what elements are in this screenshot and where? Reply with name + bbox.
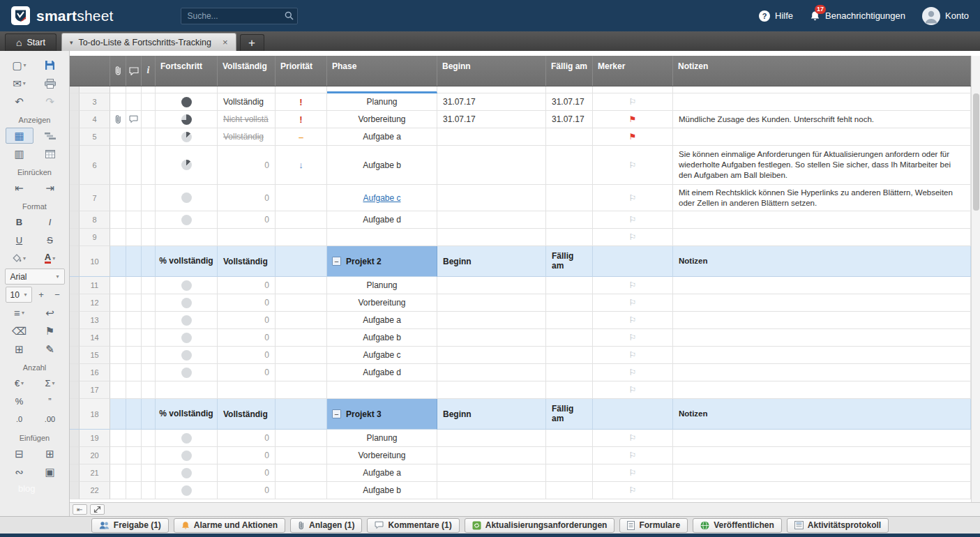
complete-cell[interactable]: 0: [218, 312, 276, 329]
begin-cell[interactable]: [437, 185, 546, 211]
progress-cell[interactable]: [156, 93, 218, 111]
card-view-button[interactable]: ▥: [6, 146, 33, 162]
attachment-cell[interactable]: [110, 146, 126, 185]
due-cell[interactable]: 31.07.17: [546, 93, 593, 111]
phase-cell-selected[interactable]: [327, 86, 437, 93]
notes-cell[interactable]: Sie können einmalige Anforderungen für A…: [673, 146, 971, 185]
attachment-cell[interactable]: [110, 329, 126, 347]
notes-cell[interactable]: [673, 430, 971, 447]
complete-cell[interactable]: 0: [218, 347, 276, 364]
font-size-select[interactable]: 10▾: [6, 287, 32, 303]
gantt-view-button[interactable]: [36, 128, 64, 144]
due-cell[interactable]: [546, 447, 593, 464]
send-button[interactable]: ✉▾: [6, 75, 33, 91]
comment-cell[interactable]: [126, 329, 142, 347]
progress-cell[interactable]: [156, 111, 218, 128]
vertical-scrollbar-thumb[interactable]: [973, 93, 979, 211]
header-row-number[interactable]: [80, 56, 110, 86]
info-cell[interactable]: [142, 277, 156, 294]
progress-cell[interactable]: [156, 364, 218, 381]
footer-tab-people[interactable]: Freigabe (1): [91, 518, 169, 533]
progress-cell[interactable]: [156, 381, 218, 399]
smartsheet-logo[interactable]: smartsheet: [11, 6, 114, 25]
row-number[interactable]: [80, 86, 110, 93]
phase-cell[interactable]: Planung: [327, 93, 437, 111]
begin-cell[interactable]: [437, 277, 546, 294]
comment-cell[interactable]: [126, 399, 142, 430]
complete-cell[interactable]: 0: [218, 211, 276, 229]
flag-icon[interactable]: ⚐: [629, 298, 637, 307]
flag-icon[interactable]: ⚐: [629, 368, 637, 377]
complete-cell[interactable]: Nicht vollstä: [218, 111, 276, 128]
column-header-notizen[interactable]: Notizen: [673, 56, 971, 86]
attachment-cell[interactable]: [110, 111, 126, 128]
row-number[interactable]: 13: [80, 312, 110, 329]
attachment-cell[interactable]: [110, 211, 126, 229]
begin-cell[interactable]: [437, 211, 546, 229]
phase-cell[interactable]: Planung: [327, 277, 437, 294]
info-cell[interactable]: [142, 128, 156, 146]
search-icon[interactable]: [285, 11, 294, 20]
decimal-decrease-button[interactable]: .0: [6, 411, 33, 428]
comment-cell[interactable]: [126, 347, 142, 364]
insert-image-button[interactable]: ▣: [36, 464, 64, 480]
increase-font-button[interactable]: +: [35, 287, 48, 303]
notes-cell[interactable]: [673, 347, 971, 364]
percent-button[interactable]: %: [6, 393, 33, 409]
priority-cell[interactable]: [276, 312, 327, 329]
underline-button[interactable]: U: [6, 232, 33, 248]
begin-cell[interactable]: [437, 329, 546, 347]
row-number[interactable]: 17: [80, 381, 110, 399]
tab-active-sheet[interactable]: ▾ To-do-Liste & Fortschritts-Tracking ×: [61, 33, 236, 51]
flag-icon[interactable]: ⚐: [629, 351, 637, 359]
due-cell[interactable]: [546, 364, 593, 381]
flag-cell[interactable]: ⚐: [593, 430, 673, 447]
info-cell[interactable]: [142, 430, 156, 447]
complete-cell[interactable]: 0: [218, 464, 276, 482]
attachment-cell[interactable]: [110, 128, 126, 146]
begin-header-cell[interactable]: Beginn: [437, 246, 546, 277]
complete-header-cell[interactable]: Vollständig: [218, 246, 276, 277]
begin-cell[interactable]: [437, 86, 546, 93]
comment-cell[interactable]: [126, 128, 142, 146]
column-header-vollstaendig[interactable]: Vollständig: [218, 56, 276, 86]
row-number[interactable]: 7: [80, 185, 110, 211]
phase-cell[interactable]: Vorbereitung: [327, 111, 437, 128]
align-button[interactable]: ≡▾: [6, 305, 33, 321]
complete-cell[interactable]: [218, 381, 276, 399]
progress-cell[interactable]: [156, 482, 218, 499]
flag-icon[interactable]: ⚐: [629, 281, 637, 289]
notes-cell[interactable]: [673, 277, 971, 294]
priority-cell[interactable]: [276, 347, 327, 364]
due-cell[interactable]: [546, 86, 593, 93]
info-cell[interactable]: [142, 329, 156, 347]
begin-cell[interactable]: [437, 430, 546, 447]
begin-cell[interactable]: 31.07.17: [437, 111, 546, 128]
info-cell[interactable]: [142, 312, 156, 329]
begin-cell[interactable]: [437, 381, 546, 399]
insert-row-below-button[interactable]: ⊞: [36, 446, 64, 462]
comment-cell[interactable]: [126, 430, 142, 447]
complete-cell[interactable]: 0: [218, 430, 276, 447]
font-color-button[interactable]: A▾: [36, 250, 64, 266]
comment-cell[interactable]: [126, 482, 142, 499]
flag-cell[interactable]: ⚐: [593, 347, 673, 364]
notes-cell[interactable]: [673, 464, 971, 482]
notifications-button[interactable]: 17 Benachrichtigungen: [810, 10, 905, 22]
priority-cell[interactable]: !: [276, 93, 327, 111]
flag-cell[interactable]: ⚐: [593, 381, 673, 399]
comment-cell[interactable]: [126, 381, 142, 399]
attachment-cell[interactable]: [110, 229, 126, 246]
due-cell[interactable]: [546, 277, 593, 294]
decimal-increase-button[interactable]: .00: [36, 411, 64, 428]
priority-cell[interactable]: [276, 447, 327, 464]
comment-cell[interactable]: [126, 93, 142, 111]
flag-cell[interactable]: [593, 86, 673, 93]
percent-complete-header-cell[interactable]: % vollständig: [156, 399, 218, 430]
flag-cell[interactable]: ⚐: [593, 312, 673, 329]
italic-button[interactable]: I: [36, 214, 64, 230]
row-number[interactable]: 5: [80, 128, 110, 146]
info-cell[interactable]: [142, 347, 156, 364]
flag-cell[interactable]: ⚑: [593, 128, 673, 146]
flag-cell[interactable]: ⚐: [593, 211, 673, 229]
